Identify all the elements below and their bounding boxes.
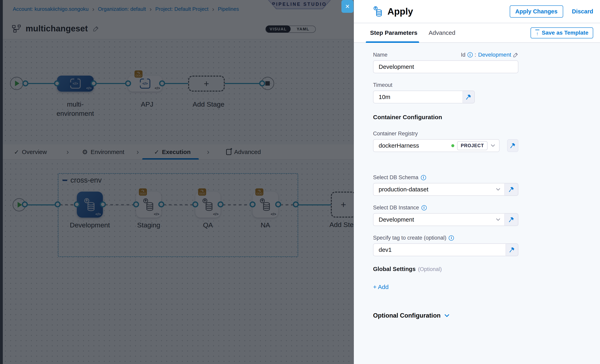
id-separator: : — [475, 52, 476, 58]
global-settings-optional: (Optional) — [418, 266, 442, 273]
pushpin-icon — [509, 247, 515, 253]
db-instance-pin-button[interactable] — [504, 213, 518, 226]
id-value-link[interactable]: Development — [478, 52, 511, 58]
pushpin-icon — [510, 143, 516, 149]
step-config-panel: Apply Apply Changes Discard Step Paramet… — [354, 0, 600, 364]
info-icon[interactable] — [421, 175, 426, 180]
global-settings-label: Global Settings — [373, 266, 416, 273]
edit-id-icon[interactable] — [513, 52, 518, 57]
registry-pin-button[interactable] — [507, 139, 518, 152]
pushpin-icon — [508, 186, 514, 192]
panel-header: Apply Apply Changes Discard — [354, 0, 600, 23]
optional-configuration-label: Optional Configuration — [373, 312, 441, 319]
pushpin-icon — [508, 217, 514, 223]
chevron-down-icon — [496, 188, 500, 191]
timeout-pin-button[interactable] — [462, 91, 475, 103]
timeout-input[interactable] — [373, 91, 462, 103]
apply-step-icon — [373, 6, 384, 17]
db-instance-label-row: Select DB Instance — [373, 205, 600, 211]
timeout-field-label: Timeout — [373, 82, 600, 88]
tag-input[interactable] — [373, 243, 506, 256]
db-schema-label-row: Select DB Schema — [373, 174, 600, 181]
info-icon[interactable] — [468, 52, 473, 57]
modal-dim-overlay — [0, 0, 354, 364]
db-schema-select[interactable]: production-dataset — [373, 183, 504, 196]
connected-status-dot — [451, 144, 454, 147]
db-schema-pin-button[interactable] — [504, 183, 518, 196]
tag-label-row: Specify tag to create (optional) — [373, 235, 600, 241]
close-panel-button[interactable] — [341, 0, 353, 13]
tag-pin-button[interactable] — [506, 243, 518, 256]
container-registry-select[interactable]: dockerHarness PROJECT — [373, 139, 499, 152]
db-instance-label: Select DB Instance — [373, 205, 419, 211]
panel-body: Name Id : Development Timeout Container … — [354, 43, 600, 364]
upload-icon — [535, 30, 539, 36]
panel-title: Apply — [387, 6, 413, 17]
scope-badge: PROJECT — [457, 141, 488, 150]
info-icon[interactable] — [422, 205, 427, 210]
tab-step-parameters[interactable]: Step Parameters — [370, 29, 418, 36]
pushpin-icon — [466, 94, 471, 100]
save-as-template-button[interactable]: Save as Template — [531, 27, 593, 38]
tag-label: Specify tag to create (optional) — [373, 235, 446, 241]
db-instance-select[interactable]: Development — [373, 213, 504, 226]
chevron-down-icon — [496, 218, 500, 221]
name-field-label: Name — [373, 52, 387, 58]
container-registry-label: Container Registry — [373, 131, 600, 137]
tab-advanced[interactable]: Advanced — [428, 29, 456, 36]
id-label: Id — [461, 52, 466, 58]
db-schema-label: Select DB Schema — [373, 174, 419, 181]
name-input[interactable] — [373, 60, 518, 73]
apply-changes-button[interactable]: Apply Changes — [510, 5, 563, 18]
chevron-down-icon — [491, 144, 495, 147]
panel-tabs: Step Parameters Advanced Save as Templat… — [354, 23, 600, 43]
pipeline-studio-background: Account: kurosakiichigo.songoku Organiza… — [0, 0, 354, 364]
discard-button[interactable]: Discard — [572, 8, 593, 15]
pipeline-studio-app: Account: kurosakiichigo.songoku Organiza… — [0, 0, 600, 364]
chevron-down-icon — [444, 314, 450, 317]
info-icon[interactable] — [449, 235, 454, 241]
add-global-setting-link[interactable]: + Add — [373, 284, 600, 291]
active-tab-underline — [366, 41, 419, 43]
container-configuration-heading: Container Configuration — [373, 114, 600, 121]
optional-configuration-toggle[interactable]: Optional Configuration — [373, 312, 600, 319]
